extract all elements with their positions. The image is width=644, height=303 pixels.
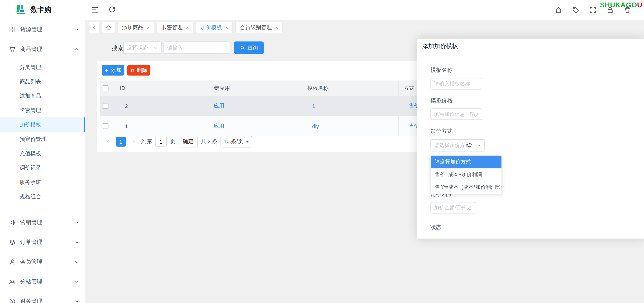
dropdown-option-placeholder[interactable]: 请选择加价方式 — [431, 156, 502, 168]
sidebar-item-label: 货源管理 — [20, 26, 74, 33]
sidebar-item-add-product[interactable]: 添加商品 — [0, 89, 85, 103]
sidebar-item-spec-combination[interactable]: 规格组合 — [0, 189, 85, 204]
next-page-button[interactable] — [129, 137, 138, 147]
tab-member-level[interactable]: 会员级别管理 × — [235, 22, 283, 33]
markup-profit-input[interactable] — [430, 202, 476, 214]
menu-fold-icon[interactable] — [91, 6, 100, 14]
markup-mode-dropdown: 请选择加价方式 售价=成本+加价利润 售价=成本+(成本*加价利润%) — [430, 155, 502, 194]
page-unit-label: 页 — [170, 138, 176, 146]
tab-label: 会员级别管理 — [240, 24, 272, 31]
close-icon[interactable]: × — [275, 25, 278, 30]
sidebar-item-products[interactable]: 商品管理 — [0, 40, 85, 59]
template-name-label: 模板名称 — [430, 66, 453, 74]
sidebar-item-reserve-price[interactable]: 预定价管理 — [0, 132, 85, 146]
sidebar-item-product-list[interactable]: 商品列表 — [0, 74, 85, 89]
sidebar-item-label: 商品管理 — [20, 46, 74, 53]
template-name-link[interactable]: 1 — [312, 103, 315, 109]
page-number-1[interactable]: 1 — [116, 137, 126, 147]
person-icon — [9, 259, 16, 265]
select-all-checkbox[interactable] — [103, 85, 108, 91]
grid-icon — [9, 26, 16, 33]
sidebar-item-label: 会员管理 — [20, 258, 74, 266]
sidebar-item-card-key-management[interactable]: 卡密管理 — [0, 103, 85, 118]
status-label: 状态 — [430, 224, 442, 231]
refresh-icon[interactable] — [108, 6, 116, 14]
home-icon[interactable] — [555, 6, 562, 14]
chevron-down-icon — [246, 140, 250, 144]
markup-mode-placeholder: 请选择加价方式 — [434, 142, 470, 149]
goto-confirm-button[interactable]: 确定 — [178, 136, 198, 147]
dropdown-option-cost-plus-profit[interactable]: 售价=成本+加价利润 — [431, 168, 502, 181]
sidebar-item-category-management[interactable]: 分类管理 — [0, 60, 85, 74]
tab-card-key[interactable]: 卡密管理 × — [157, 22, 194, 33]
tab-markup-template[interactable]: 加价模板 × — [196, 22, 233, 33]
dropdown-option-cost-plus-percent[interactable]: 售价=成本+(成本*加价利润%) — [431, 181, 502, 194]
submenu-label: 添加商品 — [20, 92, 41, 100]
tab-label: 添加商品 — [122, 24, 144, 31]
template-name-link[interactable]: diy — [312, 123, 319, 129]
sidebar-item-orders[interactable]: 订单管理 — [0, 232, 85, 252]
prev-page-button[interactable] — [104, 137, 112, 147]
page-size-select[interactable]: 10 条/页 — [221, 136, 252, 147]
total-count-label: 共 2 条 — [201, 138, 218, 146]
col-name: 模板名称 — [302, 80, 398, 96]
row-checkbox[interactable] — [103, 123, 108, 129]
goto-label: 到第 — [141, 138, 152, 146]
pagination: 1 到第 页 确定 共 2 条 10 条/页 — [104, 136, 252, 147]
top-header: 数卡购 — [0, 0, 644, 20]
sidebar-item-finance[interactable]: 财务管理 — [0, 292, 85, 303]
sidebar-item-substations[interactable]: 分站管理 — [0, 272, 85, 292]
close-icon[interactable]: × — [225, 25, 228, 30]
status-select[interactable]: 选择状态 — [123, 42, 162, 54]
markup-mode-select[interactable]: 请选择加价方式 — [430, 139, 485, 152]
megaphone-icon — [9, 219, 16, 226]
apply-link[interactable]: 应用 — [214, 102, 224, 110]
col-apply: 一键应用 — [204, 80, 302, 96]
sim-price-input[interactable] — [430, 108, 482, 120]
search-input[interactable] — [164, 42, 230, 54]
search-icon — [240, 45, 245, 50]
cell-id: 1 — [115, 116, 204, 136]
template-name-input[interactable] — [430, 78, 482, 90]
tag-icon[interactable] — [572, 6, 579, 14]
apply-link[interactable]: 应用 — [214, 122, 224, 130]
sidebar-item-service-promise[interactable]: 服务承诺 — [0, 175, 85, 189]
row-checkbox[interactable] — [103, 103, 108, 109]
sidebar-item-supply[interactable]: 货源管理 — [0, 20, 85, 39]
chevron-down-icon — [74, 299, 79, 303]
sidebar-item-recharge-template[interactable]: 充值模板 — [0, 146, 85, 160]
query-button[interactable]: 查询 — [234, 42, 264, 54]
plus-icon — [104, 68, 109, 72]
add-button[interactable]: 添加 — [102, 65, 124, 76]
sidebar-item-marketing[interactable]: 营销管理 — [0, 213, 85, 232]
brand-logo[interactable]: 数卡购 — [16, 4, 51, 15]
submenu-label: 卡密管理 — [20, 106, 41, 114]
sidebar-item-price-adjust-log[interactable]: 调价记录 — [0, 160, 85, 175]
delete-button[interactable]: 删除 — [128, 65, 150, 76]
submenu-label: 规格组合 — [20, 193, 41, 200]
sidebar-item-label: 营销管理 — [20, 219, 74, 226]
tab-bar: 添加商品 × 卡密管理 × 加价模板 × 会员级别管理 × — [86, 20, 644, 35]
search-label: 搜索 — [112, 45, 123, 52]
brand-name: 数卡购 — [30, 5, 51, 14]
people-icon — [9, 278, 16, 285]
tab-label: 加价模板 — [200, 24, 222, 31]
fullscreen-icon[interactable] — [590, 6, 596, 14]
close-icon[interactable]: × — [147, 25, 150, 30]
submenu-label: 充值模板 — [20, 150, 41, 157]
sidebar-item-label: 订单管理 — [20, 238, 74, 246]
sidebar-item-markup-template[interactable]: 加价模板 — [0, 118, 85, 132]
watermark-red-text: U — [637, 1, 642, 9]
close-icon[interactable]: × — [186, 25, 189, 30]
submenu-label: 服务承诺 — [20, 178, 41, 186]
shukagou-watermark: SHUKAGOU — [600, 1, 642, 10]
tab-home-button[interactable] — [102, 22, 115, 33]
header-left-icons — [91, 6, 116, 14]
drawer-title: 添加加价模板 — [422, 42, 458, 50]
submenu-label: 加价模板 — [20, 121, 41, 128]
back-button[interactable] — [89, 22, 99, 33]
goto-page-input[interactable] — [155, 137, 167, 147]
tab-add-product[interactable]: 添加商品 × — [118, 22, 154, 33]
chevron-up-icon — [476, 143, 481, 148]
sidebar-item-members[interactable]: 会员管理 — [0, 252, 85, 272]
